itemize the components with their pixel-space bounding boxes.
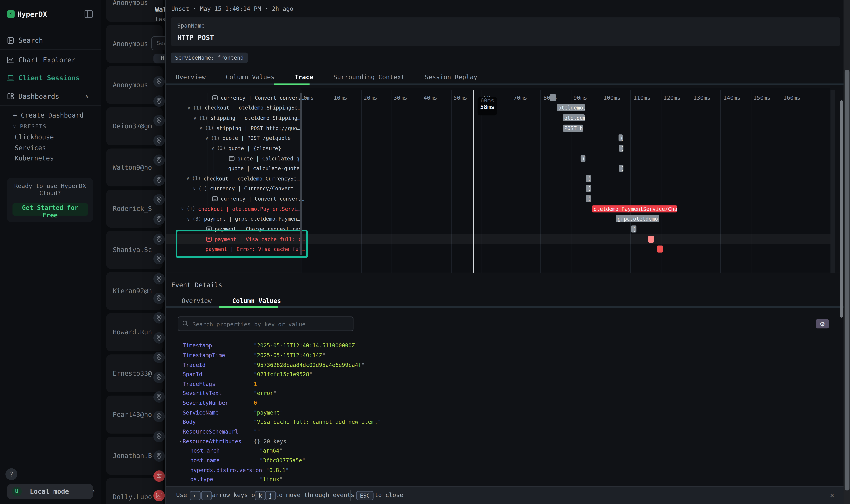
session-event-location-icon[interactable] [153,194,165,205]
session-event-location-icon[interactable] [153,293,165,304]
span-bar[interactable]: ( [586,175,591,182]
close-icon[interactable]: ✕ [827,490,835,499]
window-scrollbar-thumb[interactable] [844,70,849,490]
timeline-gridline [750,90,751,273]
tree-scrollbar[interactable] [300,93,302,255]
user-menu[interactable]: U Local mode › [7,484,93,499]
session-event-location-icon[interactable] [153,391,165,402]
chevron-down-icon[interactable]: ∨ [194,115,196,121]
trace-tree-row[interactable]: ∨(1)currency | Currency/Convert [166,183,294,194]
session-event-error-icon[interactable] [153,490,165,501]
session-event-location-icon[interactable] [153,76,165,87]
session-event-location-icon[interactable] [153,411,165,422]
sidebar-preset-kubernetes[interactable]: Kubernetes [15,155,54,162]
tab-column-values[interactable]: Column Values [226,70,274,84]
chevron-down-icon[interactable]: ∨ [186,176,189,181]
trace-tree-row[interactable]: ∨(1)quote | POST /getquote [166,133,291,143]
chevron-down-icon[interactable]: ∨ [181,206,184,212]
sidebar-preset-clickhouse[interactable]: Clickhouse [15,133,54,141]
drawer-scrollbar-thumb[interactable] [840,100,843,318]
span-bar[interactable]: ( [619,145,623,152]
session-card[interactable]: Anonymous [106,0,163,22]
sidebar-item-client-sessions[interactable]: Client Sessions [0,71,101,85]
session-event-location-icon[interactable] [153,273,165,284]
span-bar[interactable]: ( [619,134,623,142]
location-pin-icon [156,255,163,262]
span-bar[interactable]: ( [581,155,585,162]
trace-tree-row[interactable]: ∨(2)quote | {closure} [166,143,281,153]
session-event-location-icon[interactable] [153,174,165,185]
location-pin-icon [156,453,163,460]
session-event-location-icon[interactable] [153,450,165,462]
span-bar[interactable]: ( [586,195,591,202]
session-event-location-icon[interactable] [153,372,165,383]
session-search-input[interactable]: Sea [151,36,165,50]
timeline-tick-label: 70ms [513,94,527,101]
chevron-down-icon[interactable]: ∨ [188,105,191,111]
span-bar[interactable] [648,236,654,242]
session-event-location-icon[interactable] [153,214,165,225]
trace-tree-row[interactable]: quote | Calculated q… [166,153,303,163]
sidebar-collapse-icon[interactable] [85,10,93,18]
trace-tree-row[interactable]: ∨(1)shipping | oteldemo.Shipping… [166,113,301,123]
trace-tree-row[interactable]: ∨(1)checkout | oteldemo.PaymentServi… [166,204,300,214]
help-button[interactable]: ? [5,468,17,480]
trace-tree-row[interactable]: ∨(1)checkout | oteldemo.ShippingSe… [166,103,301,113]
span-bar[interactable]: oteldemo.PaymentService/Char [592,205,677,212]
presets-toggle[interactable]: ∨ PRESETS [13,124,47,130]
sidebar-item-dashboards[interactable]: Dashboards∧ [0,89,101,104]
property-search-input[interactable] [191,318,351,330]
span-bar[interactable]: oteldemo. [557,104,585,111]
chevron-down-icon[interactable]: ∨ [211,145,214,151]
trace-tree-row[interactable]: ∨(1)shipping | POST http://quo… [166,123,300,133]
trace-tree-row[interactable]: quote | calculate-quote [166,163,300,174]
session-event-location-icon[interactable] [153,312,165,324]
trace-tree-row[interactable]: currency | Convert convers… [166,93,304,103]
chevron-down-icon[interactable]: ∨ [199,125,202,131]
sidebar-item-search[interactable]: Search [0,34,101,48]
span-bar[interactable]: ( [631,226,636,232]
session-event-location-icon[interactable] [153,332,165,343]
session-card[interactable]: Dolly.Lubo [106,478,163,504]
event-details-tab-column-values[interactable]: Column Values [232,294,281,306]
session-event-location-icon[interactable] [153,95,165,107]
tab-trace[interactable]: Trace [294,70,313,84]
session-event-location-icon[interactable] [153,115,165,126]
property-row[interactable]: ▾ResourceAttributes{} 20 keys [166,437,838,446]
span-bar[interactable]: ( [619,165,623,172]
session-event-location-icon[interactable] [153,253,165,265]
trace-tree-row[interactable]: ∨(1)checkout | oteldemo.CurrencySe… [166,174,300,184]
session-event-location-icon[interactable] [153,352,165,363]
session-event-error-icon[interactable] [153,470,165,482]
get-started-button[interactable]: Get Started for Free [12,203,88,216]
span-bar[interactable]: oteldemo [563,114,585,121]
session-filter-chip[interactable]: H [153,54,165,64]
span-label: quote | POST /getquote [222,135,291,141]
chevron-down-icon[interactable]: ∨ [193,186,196,191]
trace-tree-row[interactable]: currency | Convert convers… [166,194,304,204]
sidebar-preset-services[interactable]: Services [15,144,46,151]
chevron-down-icon[interactable]: ∨ [187,216,190,221]
app-title: HyperDX [17,10,47,18]
span-bar[interactable] [657,246,663,253]
span-bar[interactable]: ( [586,185,591,192]
caret-down-icon[interactable]: ▾ [179,437,182,446]
tab-overview[interactable]: Overview [176,70,205,84]
service-name-chip[interactable]: ServiceName: frontend [171,53,248,63]
span-bar[interactable] [550,94,556,101]
tab-surrounding-context[interactable]: Surrounding Context [333,70,405,84]
sidebar-item-chart-explorer[interactable]: Chart Explorer [0,53,101,67]
gear-icon[interactable]: ⚙ [816,319,829,328]
session-event-location-icon[interactable] [153,233,165,245]
span-bar[interactable]: grpc.oteldemo. [616,215,659,222]
create-dashboard-button[interactable]: + Create Dashboard [13,112,84,119]
trace-tree-row[interactable]: ∨(3)payment | grpc.oteldemo.Paymen… [166,214,300,224]
tab-session-replay[interactable]: Session Replay [425,70,477,84]
session-event-location-icon[interactable] [153,135,165,146]
chevron-down-icon[interactable]: ∨ [205,135,208,141]
span-bar[interactable]: POST ht [563,125,583,131]
session-event-location-icon[interactable] [153,155,165,166]
session-event-location-icon[interactable] [153,431,165,442]
timeline-gridline [391,90,391,273]
event-details-tab-overview[interactable]: Overview [182,294,212,306]
